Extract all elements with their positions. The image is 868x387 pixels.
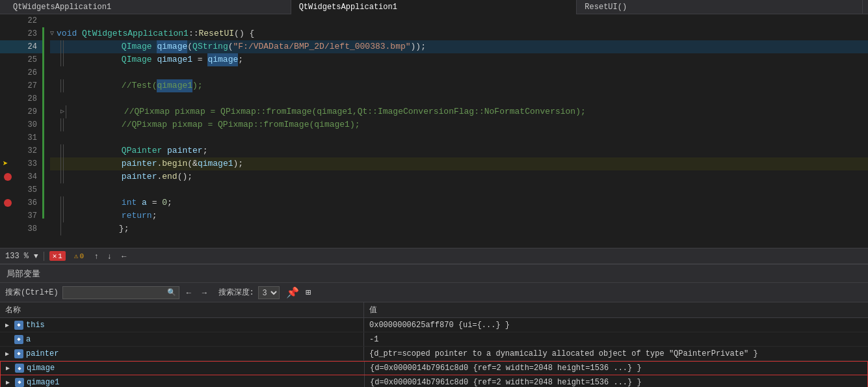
variables-panel: 局部变量 搜索(Ctrl+E) 🔍 ← → 搜索深度: 3 1 2 4 5 📌 …: [0, 263, 868, 387]
zoom-level: 133 %: [5, 252, 29, 261]
expand-this[interactable]: ▶: [5, 321, 12, 329]
error-icon: ✕: [53, 252, 57, 260]
code-line-25: QImage qimage1 = qimage;: [50, 53, 868, 66]
tab-1[interactable]: QtWidgetsApplication1: [5, 0, 291, 14]
arrow-indicator: ➤: [3, 157, 8, 170]
collapse-23[interactable]: ▽: [50, 27, 54, 40]
code-line-37: return;: [50, 209, 868, 222]
code-line-26: [50, 66, 868, 79]
line-23-num: 23: [0, 27, 42, 40]
var-row-qimage[interactable]: ▶ ◆ qimage {d=0x0000014b7961c8d0 {ref=2 …: [0, 361, 868, 375]
var-icon-a: ◆: [14, 335, 23, 344]
code-line-22: [50, 14, 868, 27]
line-25-num: 25: [0, 53, 42, 66]
panel-header: 局部变量: [0, 265, 868, 283]
line-38-num: 38: [0, 222, 42, 235]
toolbar-arrow-down[interactable]: ▼: [34, 252, 38, 260]
line-32-num: 32: [0, 144, 42, 157]
panel-title: 局部变量: [7, 268, 40, 280]
var-table-header: 名称 值: [0, 302, 868, 318]
error-badge[interactable]: ✕ 1: [49, 251, 66, 261]
tab-2-label: QtWidgetsApplication1: [299, 3, 397, 12]
line-36-num: 36: [0, 196, 42, 209]
code-line-24: QImage qimage(QString("F:/VDAData/BMP_2D…: [50, 40, 868, 53]
line-24-num: 24: [0, 40, 42, 53]
code-line-32: QPainter painter;: [50, 144, 868, 157]
expand-painter[interactable]: ▶: [5, 350, 12, 358]
tab-2[interactable]: QtWidgetsApplication1: [291, 0, 577, 14]
warning-count: 0: [79, 252, 84, 260]
green-scope-bar: [42, 27, 44, 219]
editor-bottom-toolbar: 133 % ▼ ✕ 1 ⚠ 0 ↑ ↓ ←: [0, 248, 868, 263]
search-nav-right[interactable]: →: [199, 288, 211, 297]
var-name-label-this: this: [26, 321, 45, 330]
filter-icon[interactable]: ⊞: [306, 287, 311, 298]
tab-3[interactable]: ResetUI(): [577, 0, 863, 14]
warning-icon: ⚠: [74, 252, 79, 260]
line-37-num: 37: [0, 209, 42, 222]
breakpoint-36: [4, 199, 12, 207]
collapse-29[interactable]: ▷: [60, 105, 64, 118]
var-row-a[interactable]: ▶ ◆ a -1: [0, 332, 868, 347]
var-row-qimage1[interactable]: ▶ ◆ qimage1 {d=0x0000014b7961c8d0 {ref=2…: [0, 375, 868, 387]
var-value-painter: {d_ptr=scoped pointer to a dynamically a…: [364, 347, 868, 360]
var-value-qimage1: {d=0x0000014b7961c8d0 {ref=2 width=2048 …: [365, 375, 867, 387]
main-wrapper: QtWidgetsApplication1 QtWidgetsApplicati…: [0, 0, 868, 387]
pin-icon[interactable]: 📌: [286, 286, 299, 299]
var-name-label-painter: painter: [26, 349, 59, 358]
search-nav-left[interactable]: ←: [183, 288, 195, 297]
var-name-label-qimage1: qimage1: [27, 378, 59, 387]
search-input[interactable]: [66, 288, 164, 297]
error-count: 1: [58, 252, 62, 260]
nav-up-btn[interactable]: ↑: [92, 252, 100, 261]
var-row-this[interactable]: ▶ ◆ this 0x0000000625aff870 {ui={...} }: [0, 318, 868, 332]
var-icon-qimage: ◆: [15, 364, 24, 373]
line-35-num: 35: [0, 183, 42, 196]
code-line-33: painter.begin(&qimage1);: [50, 157, 868, 170]
var-table-body: ▶ ◆ this 0x0000000625aff870 {ui={...} } …: [0, 318, 868, 387]
var-value-a: -1: [364, 332, 868, 346]
line-22-num: 22: [0, 14, 42, 27]
breakpoint-34: [4, 173, 12, 181]
toolbar-divider: [44, 252, 44, 261]
code-line-38: };: [50, 222, 868, 235]
editor-area: 22 23 24 25 26 27 28: [0, 14, 868, 248]
col-value-header: 值: [364, 302, 868, 317]
search-label: 搜索(Ctrl+E): [5, 287, 59, 298]
tab-3-label: ResetUI(): [585, 3, 627, 12]
var-icon-this: ◆: [14, 321, 23, 330]
code-content[interactable]: ▽ void QtWidgetsApplication1::ResetUI() …: [42, 14, 868, 248]
line-33-num: ➤ 33: [0, 157, 42, 170]
var-name-label-a: a: [26, 335, 31, 344]
code-line-27: //Test(qimage1);: [50, 79, 868, 92]
code-line-30: //QPixmap pixmap = QPixmap::fromImage(qi…: [50, 118, 868, 131]
code-line-23: ▽ void QtWidgetsApplication1::ResetUI() …: [50, 27, 868, 40]
code-line-28: [50, 92, 868, 105]
warning-badge[interactable]: ⚠ 0: [71, 251, 87, 261]
nav-down-btn[interactable]: ↓: [105, 252, 113, 261]
var-row-painter[interactable]: ▶ ◆ painter {d_ptr=scoped pointer to a d…: [0, 347, 868, 361]
var-name-label-qimage: qimage: [27, 364, 55, 373]
search-box[interactable]: 🔍: [62, 286, 179, 299]
expand-qimage[interactable]: ▶: [6, 364, 12, 372]
panel-toolbar: 搜索(Ctrl+E) 🔍 ← → 搜索深度: 3 1 2 4 5 📌 ⊞: [0, 283, 868, 302]
var-value-this: 0x0000000625aff870 {ui={...} }: [364, 318, 868, 332]
line-27-num: 27: [0, 79, 42, 92]
nav-left-btn[interactable]: ←: [118, 252, 130, 261]
depth-label: 搜索深度:: [218, 287, 254, 298]
expand-qimage1[interactable]: ▶: [6, 379, 12, 386]
depth-select[interactable]: 3 1 2 4 5: [258, 286, 280, 299]
var-icon-qimage1: ◆: [15, 378, 24, 387]
var-name-qimage: ▶ ◆ qimage: [1, 362, 365, 375]
code-line-35: [50, 183, 868, 196]
code-line-34: painter.end();: [50, 170, 868, 183]
var-value-qimage: {d=0x0000014b7961c8d0 {ref=2 width=2048 …: [365, 362, 867, 375]
top-bar: QtWidgetsApplication1 QtWidgetsApplicati…: [0, 0, 868, 14]
code-line-36: int a = 0;: [50, 196, 868, 209]
line-26-num: 26: [0, 66, 42, 79]
var-name-painter: ▶ ◆ painter: [0, 347, 364, 360]
search-icon[interactable]: 🔍: [167, 288, 176, 297]
tab-1-label: QtWidgetsApplication1: [13, 3, 111, 12]
line-29-num: 29: [0, 105, 42, 118]
var-name-qimage1: ▶ ◆ qimage1: [1, 375, 365, 387]
